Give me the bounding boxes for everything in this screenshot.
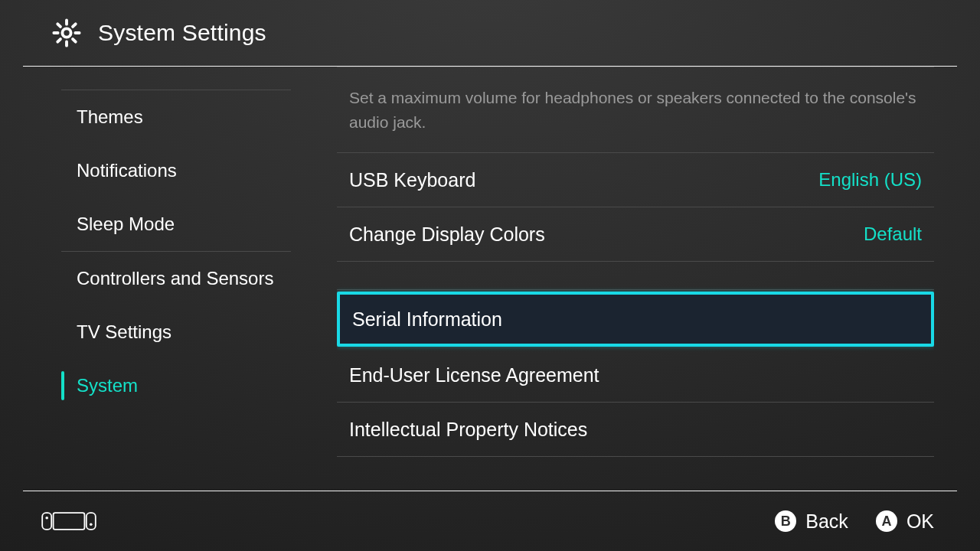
svg-point-4 xyxy=(45,517,48,520)
sidebar-item-label: Sleep Mode xyxy=(77,214,175,235)
back-button[interactable]: B Back xyxy=(775,510,848,533)
sidebar-item-system[interactable]: System xyxy=(23,359,314,412)
row-divider xyxy=(337,289,934,290)
sidebar-item-notifications[interactable]: Notifications xyxy=(23,144,314,197)
svg-point-5 xyxy=(90,523,93,526)
console-icon xyxy=(41,510,96,532)
svg-rect-2 xyxy=(54,513,85,530)
sidebar-item-controllers-sensors[interactable]: Controllers and Sensors xyxy=(23,252,314,305)
row-value: English (US) xyxy=(818,169,922,191)
settings-sidebar: Themes Notifications Sleep Mode Controll… xyxy=(23,67,314,491)
svg-rect-3 xyxy=(87,513,96,530)
row-label: Change Display Colors xyxy=(349,223,545,246)
back-label: Back xyxy=(805,510,848,533)
row-change-display-colors[interactable]: Change Display Colors Default xyxy=(337,207,934,261)
settings-main: Set a maximum volume for headphones or s… xyxy=(314,67,957,491)
svg-rect-1 xyxy=(42,513,51,530)
sidebar-item-themes[interactable]: Themes xyxy=(23,90,314,144)
a-button-icon: A xyxy=(876,510,897,532)
row-label: Serial Information xyxy=(352,308,502,331)
sidebar-item-sleep-mode[interactable]: Sleep Mode xyxy=(23,197,314,251)
setting-description: Set a maximum volume for headphones or s… xyxy=(337,67,934,152)
sidebar-item-label: Controllers and Sensors xyxy=(77,268,273,289)
sidebar-item-label: Themes xyxy=(77,106,143,128)
b-button-icon: B xyxy=(775,510,796,532)
page-title: System Settings xyxy=(98,20,266,46)
header: System Settings xyxy=(0,0,980,66)
ok-button[interactable]: A OK xyxy=(876,510,934,533)
row-eula[interactable]: End-User License Agreement xyxy=(337,348,934,402)
row-label: End-User License Agreement xyxy=(349,364,599,386)
row-ip-notices[interactable]: Intellectual Property Notices xyxy=(337,403,934,456)
row-serial-information[interactable]: Serial Information xyxy=(337,292,934,347)
sidebar-item-tv-settings[interactable]: TV Settings xyxy=(23,305,314,359)
footer: B Back A OK xyxy=(0,491,980,551)
sidebar-item-label: System xyxy=(77,375,138,396)
section-gap xyxy=(337,262,934,289)
sidebar-item-label: Notifications xyxy=(77,160,177,181)
svg-point-0 xyxy=(62,28,70,37)
row-label: Intellectual Property Notices xyxy=(349,419,587,441)
row-label: USB Keyboard xyxy=(349,169,475,191)
gear-icon xyxy=(51,17,83,49)
row-divider xyxy=(337,456,934,457)
sidebar-item-label: TV Settings xyxy=(77,321,172,343)
row-value: Default xyxy=(864,223,922,245)
ok-label: OK xyxy=(906,510,934,533)
row-usb-keyboard[interactable]: USB Keyboard English (US) xyxy=(337,153,934,207)
